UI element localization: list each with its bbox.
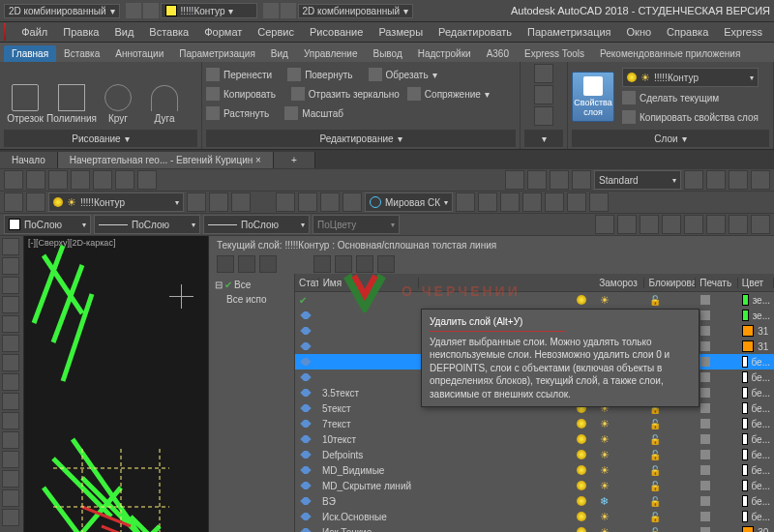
set-current-icon[interactable] [377,255,395,273]
lm-icon[interactable] [217,255,234,273]
polyline-button[interactable]: Полилиния [50,70,93,124]
toolbar-icon[interactable] [550,170,569,190]
color-swatch[interactable] [742,340,754,352]
menu-view[interactable]: Вид [106,24,141,40]
toolbar-icon[interactable] [4,192,23,212]
workspace-combo-3[interactable]: 2D комбинированный▾ [298,4,414,18]
toolbar-icon[interactable] [298,192,317,212]
printer-icon[interactable] [700,419,710,429]
menu-draw[interactable]: Рисование [302,24,371,40]
app-logo-icon[interactable] [4,23,6,41]
toolbar-icon[interactable] [545,192,564,212]
tab-drawing[interactable]: Начертательная гео... - Евгений Курицин … [58,152,274,168]
toolbar-icon[interactable] [137,170,157,190]
sun-icon[interactable]: ☀ [600,418,610,430]
lock-icon[interactable]: 🔓 [649,496,661,507]
toolbar-icon[interactable] [589,192,609,212]
arc-button[interactable]: Дуга [143,70,186,124]
layer-combo[interactable]: ☀!!!!!Контур▾ [622,68,759,87]
toolbar-icon[interactable] [4,170,23,190]
color-swatch[interactable] [742,356,747,368]
bulb-icon[interactable] [577,512,586,521]
viewport[interactable]: [-][Сверху][2D-каркас] [24,236,209,532]
menu-format[interactable]: Формат [196,24,250,40]
toolbar-icon[interactable] [595,215,614,234]
toolbar-icon[interactable] [48,170,68,190]
tab-annotate[interactable]: Аннотации [107,45,171,62]
lock-icon[interactable]: 🔓 [649,512,661,522]
ucs-combo[interactable]: Мировая СК▾ [365,192,453,212]
tool-icon[interactable] [2,451,19,468]
toolbar-icon[interactable] [115,170,134,190]
sun-icon[interactable]: ☀ [600,449,610,461]
menu-express[interactable]: Express [716,24,770,40]
printer-icon[interactable] [700,512,710,521]
toolbar-icon[interactable] [527,170,547,190]
tab-home[interactable]: Главная [4,45,56,62]
layer-row[interactable]: Иск.Тонкие☀🔓30 [295,524,774,532]
bulb-icon[interactable] [577,465,586,475]
tool-icon[interactable] [2,315,19,333]
color-swatch[interactable] [742,495,747,507]
color-swatch[interactable] [742,526,754,532]
tool-icon[interactable] [2,431,19,449]
printer-icon[interactable] [700,295,710,305]
printer-icon[interactable] [700,310,710,320]
toolbar-icon[interactable] [729,170,748,190]
tool-icon[interactable] [2,373,19,391]
toolbar-icon[interactable] [684,215,703,234]
snowflake-icon[interactable]: ❄ [600,495,609,508]
toolbar-icon[interactable] [640,215,659,234]
scale-button[interactable]: Масштаб [302,108,343,119]
copy-button[interactable]: Копировать [223,89,276,100]
fillet-button[interactable]: Сопряжение [425,89,481,100]
toolbar-icon[interactable] [276,192,295,212]
toolbar-icon[interactable] [617,215,637,234]
tab-insert[interactable]: Вставка [56,45,107,62]
layer-row[interactable]: Defpoints☀🔓бе... [295,447,774,462]
lock-icon[interactable]: 🔓 [649,434,661,445]
lineweight-combo[interactable]: ПоСлою▾ [203,215,310,234]
titlebar-icon[interactable] [263,3,279,18]
toolbar-icon[interactable] [26,170,45,190]
tab-parametric[interactable]: Параметризация [171,45,263,62]
trim-button[interactable]: Обрезать [386,70,429,80]
printer-icon[interactable] [700,403,710,413]
lock-icon[interactable]: 🔓 [649,295,661,306]
color-swatch[interactable] [742,387,747,399]
titlebar-icon[interactable] [281,3,296,18]
rotate-button[interactable]: Повернуть [305,70,352,80]
toolbar-icon[interactable] [522,192,542,212]
layer-row[interactable]: MD_Скрытие линий☀🔓бе... [295,478,774,493]
tool-icon[interactable] [2,412,19,429]
menu-edit[interactable]: Правка [55,24,106,40]
toolbar-icon[interactable] [572,170,591,190]
new-layer-icon[interactable] [313,255,331,273]
menu-dimension[interactable]: Размеры [371,24,431,40]
lock-icon[interactable]: 🔓 [649,481,661,491]
ribbon-icon[interactable] [534,85,553,104]
toolbar-icon[interactable] [662,215,681,234]
add-tab-button[interactable]: + [274,152,315,168]
toolbar-icon[interactable] [342,192,362,212]
printer-icon[interactable] [700,527,710,532]
linetype-combo[interactable]: ПоСлою▾ [94,215,200,234]
toolbar-icon[interactable] [684,170,703,190]
sun-icon[interactable]: ☀ [600,433,610,446]
tab-manage[interactable]: Управление [296,45,366,62]
toolbar-icon[interactable] [500,192,520,212]
toolbar-icon[interactable] [478,192,497,212]
printer-icon[interactable] [700,372,710,382]
stretch-button[interactable]: Растянуть [223,108,269,119]
toolbar-icon[interactable] [751,170,770,190]
layer-row[interactable]: Иск.Основные☀🔓бе... [295,509,774,524]
toolbar-icon[interactable] [751,215,770,234]
tab-view[interactable]: Вид [263,45,296,62]
tab-start[interactable]: Начало [0,152,58,168]
menu-parametric[interactable]: Параметризация [520,24,618,40]
color-swatch[interactable] [742,402,747,414]
col-print[interactable]: Печать [696,278,737,288]
toolbar-icon[interactable] [26,192,45,212]
sun-icon[interactable]: ☀ [600,464,610,477]
workspace-combo-2[interactable]: !!!!!Контур▾ [161,3,257,18]
